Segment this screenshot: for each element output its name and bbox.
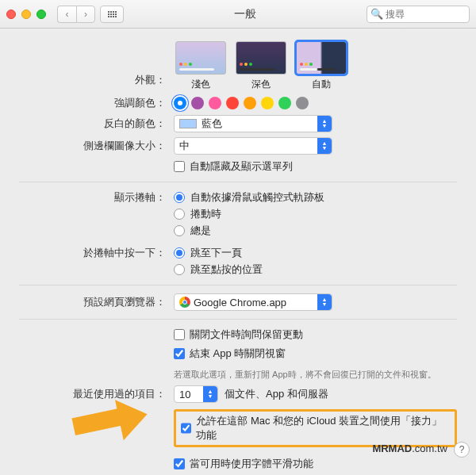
zoom-window-button[interactable] bbox=[36, 10, 46, 19]
appearance-themes: 淺色 深色 自動 bbox=[174, 41, 457, 91]
minimize-window-button[interactable] bbox=[21, 10, 31, 19]
radio-button-icon bbox=[174, 225, 185, 236]
sidebar-size-label: 側邊欄圖像大小： bbox=[19, 139, 174, 153]
stepper-arrows-icon: ▲▼ bbox=[203, 386, 217, 402]
recent-suffix: 個文件、App 和伺服器 bbox=[225, 387, 328, 401]
grid-icon bbox=[108, 11, 117, 17]
theme-light[interactable]: 淺色 bbox=[174, 41, 228, 91]
chrome-icon bbox=[179, 297, 190, 308]
radio-button-icon bbox=[174, 209, 185, 220]
scrollbar-option-1[interactable]: 捲動時 bbox=[174, 207, 324, 221]
accent-color-5[interactable] bbox=[261, 97, 274, 109]
highlight-label: 反白的顏色： bbox=[19, 117, 174, 131]
accent-colors bbox=[174, 97, 309, 109]
recent-label: 最近使用過的項目： bbox=[19, 387, 174, 401]
radio-button-icon bbox=[174, 264, 185, 275]
forward-button[interactable]: › bbox=[76, 6, 95, 23]
window-controls bbox=[6, 10, 46, 19]
recent-count-select[interactable]: 10 ▲▼ bbox=[174, 385, 218, 403]
accent-color-0[interactable] bbox=[174, 97, 186, 109]
close-windows-note: 若選取此選項，重新打開 App時，將不會回復已打開的文件和視窗。 bbox=[174, 369, 436, 381]
handoff-highlight: 允許在這部 Mac 和您的 iCloud 裝置之間使用「接力」功能 bbox=[174, 409, 457, 447]
search-icon: 🔍 bbox=[370, 8, 383, 20]
theme-auto[interactable]: 自動 bbox=[294, 41, 348, 91]
watermark: MRMAD.com.tw bbox=[372, 442, 447, 454]
help-button[interactable]: ? bbox=[454, 442, 470, 458]
appearance-label: 外觀： bbox=[19, 41, 174, 87]
scrollbar-options: 自動依據滑鼠或觸控式軌跡板捲動時總是 bbox=[174, 190, 324, 238]
close-windows-checkbox[interactable]: 結束 App 時關閉視窗 bbox=[174, 347, 286, 361]
close-window-button[interactable] bbox=[6, 10, 16, 19]
scrollbar-click-option-0[interactable]: 跳至下一頁 bbox=[174, 246, 263, 260]
toolbar: ‹ › 一般 🔍 bbox=[0, 0, 476, 29]
sidebar-size-select[interactable]: 中 ▲▼ bbox=[174, 137, 332, 155]
handoff-checkbox[interactable]: 允許在這部 Mac 和您的 iCloud 裝置之間使用「接力」功能 bbox=[181, 414, 450, 442]
highlight-swatch bbox=[179, 119, 197, 128]
font-smoothing-checkbox[interactable]: 當可用時使用字體平滑功能 bbox=[174, 457, 313, 471]
browser-label: 預設網頁瀏覽器： bbox=[19, 295, 174, 309]
stepper-arrows-icon: ▲▼ bbox=[317, 116, 332, 132]
accent-color-7[interactable] bbox=[296, 97, 309, 109]
radio-button-icon bbox=[174, 247, 185, 259]
accent-color-2[interactable] bbox=[209, 97, 221, 109]
radio-button-icon bbox=[174, 192, 185, 203]
theme-dark[interactable]: 深色 bbox=[234, 41, 288, 91]
window-title: 一般 bbox=[124, 7, 367, 21]
highlight-select[interactable]: 藍色 ▲▼ bbox=[174, 115, 332, 132]
scrollbar-click-options: 跳至下一頁跳至點按的位置 bbox=[174, 246, 263, 277]
stepper-arrows-icon: ▲▼ bbox=[317, 138, 332, 154]
auto-hide-menu-checkbox[interactable]: 自動隱藏及顯示選單列 bbox=[174, 159, 293, 174]
scrollbar-click-option-1[interactable]: 跳至點按的位置 bbox=[174, 262, 263, 277]
back-button[interactable]: ‹ bbox=[57, 6, 76, 23]
scrollbar-label: 顯示捲軸： bbox=[19, 190, 174, 205]
stepper-arrows-icon: ▲▼ bbox=[317, 294, 332, 310]
ask-keep-checkbox[interactable]: 關閉文件時詢問保留更動 bbox=[174, 328, 303, 342]
show-all-button[interactable] bbox=[100, 6, 124, 23]
accent-color-1[interactable] bbox=[191, 97, 204, 109]
browser-select[interactable]: Google Chrome.app ▲▼ bbox=[174, 293, 332, 311]
accent-color-6[interactable] bbox=[278, 97, 291, 109]
accent-color-3[interactable] bbox=[226, 97, 239, 109]
accent-label: 強調顏色： bbox=[19, 96, 174, 110]
scrollbar-option-2[interactable]: 總是 bbox=[174, 224, 324, 238]
scrollbar-option-0[interactable]: 自動依據滑鼠或觸控式軌跡板 bbox=[174, 190, 324, 205]
search-field[interactable]: 🔍 bbox=[367, 6, 470, 23]
search-input[interactable] bbox=[386, 9, 466, 20]
accent-color-4[interactable] bbox=[244, 97, 256, 109]
scrollbar-click-label: 於捲軸中按一下： bbox=[19, 246, 174, 260]
